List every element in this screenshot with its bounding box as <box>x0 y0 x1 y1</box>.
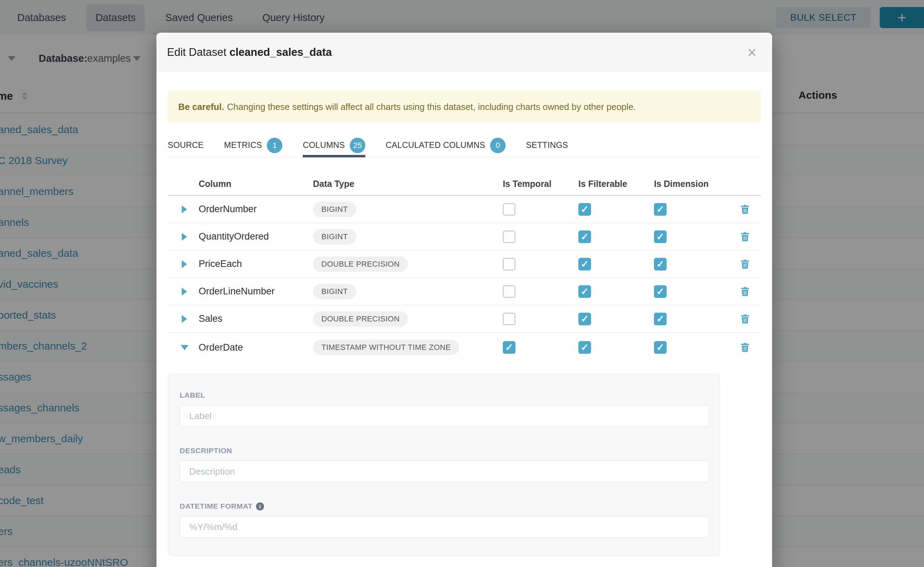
data-type-cell: DOUBLE PRECISION <box>313 311 503 327</box>
modal-title: Edit Dataset cleaned_sales_data <box>167 46 332 58</box>
delete-column-icon[interactable] <box>739 203 751 215</box>
column-name: OrderDate <box>199 342 313 353</box>
column-row: PriceEachDOUBLE PRECISION✓✓ <box>168 250 761 278</box>
is-temporal-checkbox[interactable] <box>503 285 515 298</box>
tab-label: SOURCE <box>168 141 203 150</box>
column-name: OrderLineNumber <box>199 286 313 297</box>
is-dimension-header: Is Dimension <box>654 179 729 189</box>
tab-count-badge: 0 <box>490 138 506 153</box>
is-temporal-header: Is Temporal <box>503 179 578 189</box>
description-field: DESCRIPTION <box>180 447 709 482</box>
expand-icon[interactable] <box>182 288 187 296</box>
is-filterable-header: Is Filterable <box>578 179 654 189</box>
data-type-pill: DOUBLE PRECISION <box>313 311 408 327</box>
is-dimension-checkbox[interactable]: ✓ <box>654 203 667 216</box>
tab-label: SETTINGS <box>526 141 568 150</box>
data-type-pill: BIGINT <box>313 284 356 299</box>
is-temporal-checkbox[interactable] <box>503 203 515 216</box>
column-row: QuantityOrderedBIGINT✓✓ <box>168 223 761 250</box>
column-name: Sales <box>199 314 313 324</box>
data-type-cell: DOUBLE PRECISION <box>313 256 503 272</box>
is-filterable-checkbox[interactable]: ✓ <box>578 285 591 298</box>
expand-icon[interactable] <box>182 206 187 213</box>
is-filterable-checkbox[interactable]: ✓ <box>578 341 591 354</box>
column-row: OrderNumberBIGINT✓✓ <box>168 196 761 223</box>
data-type-header: Data Type <box>313 179 503 189</box>
column-name: QuantityOrdered <box>199 231 313 242</box>
data-type-pill: DOUBLE PRECISION <box>313 256 408 272</box>
column-row: OrderLineNumberBIGINT✓✓ <box>168 278 761 305</box>
data-type-cell: BIGINT <box>313 229 503 244</box>
warning-banner-text: Changing these settings will affect all … <box>227 102 636 112</box>
label-field: LABEL <box>180 391 709 427</box>
delete-column-icon[interactable] <box>739 313 751 325</box>
tab-calculated-columns[interactable]: CALCULATED COLUMNS0 <box>386 135 506 157</box>
tab-metrics[interactable]: METRICS1 <box>224 135 282 157</box>
data-type-pill: TIMESTAMP WITHOUT TIME ZONE <box>313 340 459 355</box>
datetime-format-field-label: DATETIME FORMAT i <box>180 502 709 510</box>
column-detail-panel: LABEL DESCRIPTION DATETIME FORMAT i <box>168 374 720 556</box>
tab-columns[interactable]: COLUMNS25 <box>303 135 365 157</box>
expand-icon[interactable] <box>182 260 187 268</box>
modal-dataset-name: cleaned_sales_data <box>230 46 332 58</box>
data-type-cell: BIGINT <box>313 284 503 299</box>
is-temporal-checkbox[interactable] <box>503 313 515 325</box>
is-temporal-checkbox[interactable] <box>503 258 515 270</box>
tab-source[interactable]: SOURCE <box>168 135 203 157</box>
is-temporal-checkbox[interactable] <box>503 231 515 243</box>
warning-banner: Be careful. Changing these settings will… <box>168 91 761 123</box>
modal-header: Edit Dataset cleaned_sales_data × <box>157 33 772 72</box>
is-dimension-checkbox[interactable]: ✓ <box>654 231 667 243</box>
expand-icon[interactable] <box>182 315 187 323</box>
delete-column-icon[interactable] <box>739 286 751 297</box>
expand-icon[interactable] <box>182 233 187 241</box>
datetime-format-label-text: DATETIME FORMAT <box>180 502 253 510</box>
column-row: OrderDateTIMESTAMP WITHOUT TIME ZONE✓✓✓ <box>168 333 761 362</box>
datetime-format-field: DATETIME FORMAT i <box>180 502 709 538</box>
modal-title-prefix: Edit Dataset <box>167 46 226 58</box>
is-dimension-checkbox[interactable]: ✓ <box>654 313 667 325</box>
close-icon[interactable]: × <box>742 44 761 60</box>
columns-table: ColumnData TypeIs TemporalIs FilterableI… <box>168 172 761 362</box>
info-icon[interactable]: i <box>256 502 264 510</box>
datetime-format-input[interactable] <box>180 516 709 538</box>
delete-column-icon[interactable] <box>739 231 751 243</box>
data-type-cell: TIMESTAMP WITHOUT TIME ZONE <box>313 340 503 355</box>
delete-column-icon[interactable] <box>739 342 751 353</box>
is-filterable-checkbox[interactable]: ✓ <box>578 203 591 216</box>
data-type-pill: BIGINT <box>313 229 356 244</box>
description-input[interactable] <box>180 460 709 482</box>
label-input[interactable] <box>180 405 709 427</box>
tab-label: COLUMNS <box>303 141 345 150</box>
is-filterable-checkbox[interactable]: ✓ <box>578 313 591 325</box>
delete-column-icon[interactable] <box>739 258 751 270</box>
column-name: PriceEach <box>199 258 313 270</box>
column-name: OrderNumber <box>199 204 313 214</box>
columns-table-rows: OrderNumberBIGINT✓✓QuantityOrderedBIGINT… <box>168 196 761 362</box>
label-field-label: LABEL <box>180 391 709 399</box>
is-temporal-checkbox[interactable]: ✓ <box>503 341 515 354</box>
data-type-pill: BIGINT <box>313 202 356 217</box>
collapse-icon[interactable] <box>181 345 188 350</box>
is-dimension-checkbox[interactable]: ✓ <box>654 258 667 270</box>
is-dimension-checkbox[interactable]: ✓ <box>654 341 667 354</box>
column-row: SalesDOUBLE PRECISION✓✓ <box>168 305 761 333</box>
modal-body: Be careful. Changing these settings will… <box>157 91 772 556</box>
is-filterable-checkbox[interactable]: ✓ <box>578 231 591 243</box>
column-header: Column <box>199 179 313 189</box>
columns-table-header: ColumnData TypeIs TemporalIs FilterableI… <box>168 172 761 196</box>
is-dimension-checkbox[interactable]: ✓ <box>654 285 667 298</box>
is-filterable-checkbox[interactable]: ✓ <box>578 258 591 270</box>
tab-count-badge: 25 <box>350 138 365 153</box>
tab-label: METRICS <box>224 141 262 150</box>
tab-count-badge: 1 <box>267 138 282 153</box>
modal-tabs: SOURCEMETRICS1COLUMNS25CALCULATED COLUMN… <box>168 135 761 158</box>
description-field-label: DESCRIPTION <box>180 447 709 455</box>
data-type-cell: BIGINT <box>313 202 503 217</box>
edit-dataset-modal: Edit Dataset cleaned_sales_data × Be car… <box>157 33 772 567</box>
tab-settings[interactable]: SETTINGS <box>526 135 568 157</box>
tab-label: CALCULATED COLUMNS <box>386 141 485 150</box>
warning-banner-bold: Be careful. <box>178 102 224 112</box>
